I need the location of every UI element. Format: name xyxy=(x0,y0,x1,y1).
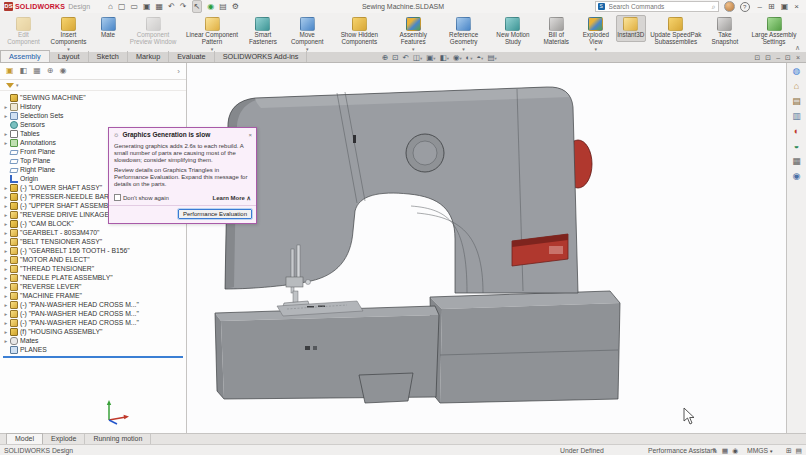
expand-arrow-icon[interactable]: ▸ xyxy=(2,266,10,272)
graphics-viewport[interactable] xyxy=(187,63,786,433)
tile-windows-icon[interactable]: ⊡ xyxy=(765,53,771,62)
section-view-icon[interactable]: ◫▾ xyxy=(413,53,422,63)
window-layout-button[interactable]: ⊞ xyxy=(768,1,775,12)
redo-icon[interactable]: ↷ xyxy=(180,1,187,12)
save-icon[interactable]: ▣ xyxy=(143,1,151,12)
panel-expand-icon[interactable]: › xyxy=(177,67,180,76)
view-settings-icon[interactable]: ▤▾ xyxy=(487,53,496,63)
edit-appearance-icon[interactable]: ◐▾ xyxy=(466,53,473,63)
expand-arrow-icon[interactable]: ▸ xyxy=(2,257,10,263)
show-hidden-components-button[interactable]: Show Hidden Components xyxy=(330,15,388,49)
performance-evaluation-button[interactable]: Performance Evaluation xyxy=(178,209,252,219)
expand-arrow-icon[interactable]: ▸ xyxy=(2,338,10,344)
close-button[interactable]: × xyxy=(794,1,799,12)
restore-button[interactable]: ▣ xyxy=(781,1,789,12)
expand-arrow-icon[interactable]: ▸ xyxy=(2,131,10,137)
linear-component-pattern-button[interactable]: Linear Component Pattern ▾ xyxy=(183,15,241,53)
update-speedpak-button[interactable]: Update SpeedPak Subassemblies xyxy=(647,15,705,49)
expand-arrow-icon[interactable]: ▸ xyxy=(2,194,10,200)
expand-arrow-icon[interactable]: ▸ xyxy=(2,320,10,326)
quick-tips-icon[interactable]: ◉ xyxy=(732,446,738,455)
expand-arrow-icon[interactable]: ▸ xyxy=(2,212,10,218)
featuremanager-tab[interactable]: ▣ xyxy=(6,66,14,76)
zoom-to-fit-icon[interactable]: ⊕ xyxy=(382,53,388,63)
tree-filter[interactable]: ▾ xyxy=(0,80,186,91)
tree-item-needle-plate[interactable]: ▸ "NEEDLE PLATE ASSEMBLY" xyxy=(2,273,186,282)
expand-arrow-icon[interactable]: ▸ xyxy=(2,230,10,236)
file-properties-icon[interactable]: ▤ xyxy=(219,1,227,12)
restore-doc-icon[interactable]: ⊡ xyxy=(785,53,791,62)
tree-item-machine-frame[interactable]: ▸ "MACHINE FRAME" xyxy=(2,291,186,300)
sewing-machine-model[interactable] xyxy=(187,63,786,433)
insert-components-button[interactable]: Insert Components ▾ xyxy=(45,15,92,53)
minimize-doc-icon[interactable]: – xyxy=(776,53,780,62)
units-selector[interactable]: MMGS ▾ xyxy=(747,446,773,455)
performance-assistant-label[interactable]: Performance Assistant xyxy=(648,446,716,455)
edit-component-button[interactable]: Edit Component xyxy=(3,15,44,49)
options-icon[interactable]: ⚙ xyxy=(232,1,239,12)
expand-arrow-icon[interactable]: ▸ xyxy=(2,329,10,335)
previous-view-icon[interactable]: ↶ xyxy=(403,53,409,63)
learn-more-link[interactable]: Learn More ∧ xyxy=(213,194,251,201)
tree-item-history[interactable]: ▸ History xyxy=(2,102,186,111)
view-palette-icon[interactable]: ▥ xyxy=(792,111,801,122)
file-explorer-icon[interactable]: ▤ xyxy=(792,96,801,107)
open-file-icon[interactable]: ▭ xyxy=(130,1,138,12)
tab-assembly[interactable]: Assembly xyxy=(0,50,50,62)
tension-dial[interactable] xyxy=(406,134,444,172)
new-file-icon[interactable]: ▢ xyxy=(118,1,126,12)
select-icon[interactable]: ↖ xyxy=(192,0,203,13)
tree-item-pan-washer-3[interactable]: ▸ (-) "PAN-WASHER HEAD CROSS M..." xyxy=(2,318,186,327)
tree-item-gearbelt[interactable]: ▸ "GEARBELT - 80S3M470" xyxy=(2,228,186,237)
panel-status-icon[interactable]: ▤ xyxy=(796,446,802,455)
move-component-button[interactable]: Move Component ▾ xyxy=(285,15,329,53)
tree-item-belt-tensioner[interactable]: ▸ "BELT TENSIONER ASSY" xyxy=(2,237,186,246)
appearances-icon[interactable]: ◐ xyxy=(794,126,799,137)
tree-item-selection-sets[interactable]: ▸ Selection Sets xyxy=(2,111,186,120)
tab-solidworks-addins[interactable]: SOLIDWORKS Add-ins xyxy=(215,51,308,62)
expand-arrow-icon[interactable]: ▸ xyxy=(2,248,10,254)
displaymanager-tab[interactable]: ◉ xyxy=(59,66,66,76)
exploded-view-button[interactable]: Exploded View ▾ xyxy=(577,15,615,53)
expand-arrow-icon[interactable]: ▸ xyxy=(2,293,10,299)
solidworks-resources-icon[interactable]: ◍ xyxy=(793,66,801,77)
tab-markup[interactable]: Markup xyxy=(128,51,169,62)
print-icon[interactable]: ▦ xyxy=(156,1,164,12)
tab-layout[interactable]: Layout xyxy=(50,51,89,62)
mate-button[interactable]: Mate xyxy=(93,15,123,42)
assembly-features-button[interactable]: Assembly Features ▾ xyxy=(389,15,437,53)
take-snapshot-button[interactable]: Take Snapshot xyxy=(706,15,744,49)
expand-arrow-icon[interactable]: ▸ xyxy=(2,302,10,308)
tags-icon[interactable]: ▦ xyxy=(722,446,728,455)
instant3d-button[interactable]: Instant3D xyxy=(616,15,646,42)
propertymanager-tab[interactable]: ◧ xyxy=(20,66,28,76)
design-library-icon[interactable]: ⌂ xyxy=(794,81,799,92)
extension-table[interactable] xyxy=(430,291,620,403)
search-commands-box[interactable]: S ⌕ xyxy=(595,1,719,12)
rebuild-icon[interactable]: ◉ xyxy=(207,1,214,12)
expand-arrow-icon[interactable]: ▸ xyxy=(2,311,10,317)
help-icon[interactable]: ? xyxy=(740,2,750,12)
expand-arrow-icon[interactable]: ▸ xyxy=(2,185,10,191)
tree-item-gearbelt-156[interactable]: ▸ (-) "GEARBELT 156 TOOTH - B156" xyxy=(2,246,186,255)
hide-show-items-icon[interactable]: ◉▾ xyxy=(453,53,462,63)
minimize-button[interactable]: – xyxy=(758,1,762,12)
custom-properties-icon[interactable]: ▦ xyxy=(792,156,801,167)
expand-arrow-icon[interactable]: ▸ xyxy=(2,221,10,227)
tab-evaluate[interactable]: Evaluate xyxy=(169,51,214,62)
smart-fasteners-button[interactable]: Smart Fasteners xyxy=(242,15,284,49)
close-doc-icon[interactable]: × xyxy=(796,53,800,62)
tree-item-housing-assembly[interactable]: ▸ (f) "HOUSING ASSEMBLY" xyxy=(2,327,186,336)
tree-item-pan-washer-2[interactable]: ▸ (-) "PAN-WASHER HEAD CROSS M..." xyxy=(2,309,186,318)
display-style-icon[interactable]: ◧▾ xyxy=(440,53,449,63)
expand-arrow-icon[interactable]: ▸ xyxy=(2,104,10,110)
expand-arrow-icon[interactable]: ▸ xyxy=(2,275,10,281)
bill-of-materials-button[interactable]: Bill of Materials xyxy=(537,15,576,49)
machine-foot[interactable] xyxy=(359,373,413,403)
view-orientation-icon[interactable]: ▣▾ xyxy=(426,53,435,63)
scenes-icon[interactable]: ◒ xyxy=(794,141,799,152)
user-avatar[interactable] xyxy=(724,1,735,12)
tab-sketch[interactable]: Sketch xyxy=(89,51,128,62)
motion-tab-model[interactable]: Model xyxy=(6,433,43,444)
expand-arrow-icon[interactable]: ▸ xyxy=(2,239,10,245)
